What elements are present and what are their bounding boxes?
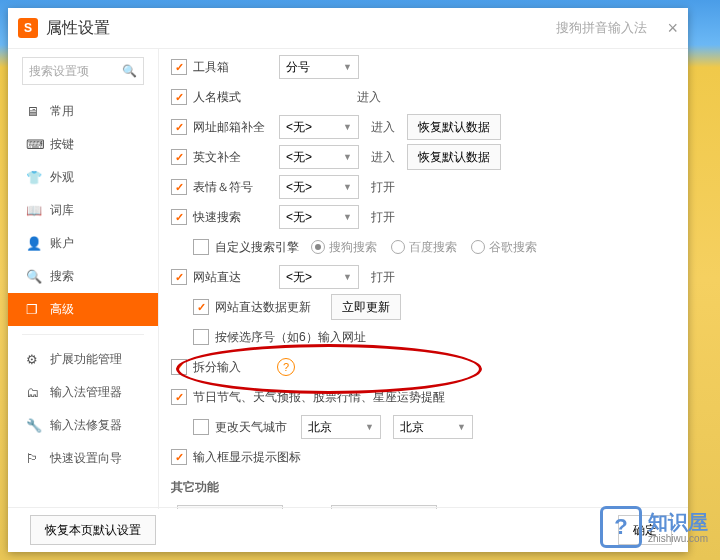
- radio[interactable]: [311, 240, 325, 254]
- checkbox[interactable]: [171, 389, 187, 405]
- sidebar-item-1[interactable]: ⌨按键: [8, 128, 158, 161]
- nav-label: 扩展功能管理: [50, 351, 122, 368]
- row-label: 表情＆符号: [193, 179, 273, 196]
- search-placeholder: 搜索设置项: [29, 63, 122, 80]
- sidebar: 搜索设置项 🔍 🖥常用⌨按键👕外观📖词库👤账户🔍搜索❐高级 ⚙扩展功能管理🗂输入…: [8, 49, 159, 509]
- watermark-url: zhishiwu.com: [648, 533, 708, 544]
- checkbox[interactable]: [193, 419, 209, 435]
- nav-icon: 📖: [26, 203, 42, 218]
- watermark-icon: ?: [600, 506, 642, 548]
- sidebar-item-0[interactable]: 🖥常用: [8, 95, 158, 128]
- dropdown[interactable]: 北京▼: [393, 415, 473, 439]
- watermark: ? 知识屋 zhishiwu.com: [600, 506, 708, 548]
- section-title: 其它功能: [171, 479, 668, 496]
- checkbox[interactable]: [193, 299, 209, 315]
- checkbox[interactable]: [171, 359, 187, 375]
- sidebar-item-4[interactable]: 👤账户: [8, 227, 158, 260]
- sidebar-item-5[interactable]: 🔍搜索: [8, 260, 158, 293]
- nav-icon: 🗂: [26, 385, 42, 400]
- help-icon[interactable]: ?: [277, 358, 295, 376]
- restore-defaults-button[interactable]: 恢复本页默认设置: [30, 515, 156, 545]
- nav-label: 输入法管理器: [50, 384, 122, 401]
- dropdown[interactable]: <无>▼: [279, 145, 359, 169]
- nav-label: 账户: [50, 235, 74, 252]
- nav-label: 搜索: [50, 268, 74, 285]
- nav-icon: 🔍: [26, 269, 42, 284]
- sidebar-tool-2[interactable]: 🔧输入法修复器: [8, 409, 158, 442]
- sidebar-item-3[interactable]: 📖词库: [8, 194, 158, 227]
- row-label-reminder: 节日节气、天气预报、股票行情、星座运势提醒: [193, 389, 493, 406]
- nav-icon: 👤: [26, 236, 42, 251]
- close-icon[interactable]: ×: [667, 18, 678, 39]
- nav-label: 词库: [50, 202, 74, 219]
- nav-label: 常用: [50, 103, 74, 120]
- radio[interactable]: [391, 240, 405, 254]
- nav-icon: ⌨: [26, 137, 42, 152]
- restore-button[interactable]: 恢复默认数据: [407, 114, 501, 140]
- search-input[interactable]: 搜索设置项 🔍: [22, 57, 144, 85]
- sidebar-tool-0[interactable]: ⚙扩展功能管理: [8, 343, 158, 376]
- settings-window: S 属性设置 搜狗拼音输入法 × 搜索设置项 🔍 🖥常用⌨按键👕外观📖词库👤账户…: [8, 8, 688, 552]
- restore-button[interactable]: 恢复默认数据: [407, 144, 501, 170]
- nav-icon: ❐: [26, 302, 42, 317]
- row-label: 网址邮箱补全: [193, 119, 273, 136]
- checkbox[interactable]: [171, 449, 187, 465]
- window-subtitle: 搜狗拼音输入法: [556, 19, 647, 37]
- nav-icon: 🖥: [26, 104, 42, 119]
- checkbox[interactable]: [171, 179, 187, 195]
- nav-label: 高级: [50, 301, 74, 318]
- content-panel: 工具箱分号▼ 人名模式进入 网址邮箱补全<无>▼进入恢复默认数据 英文补全<无>…: [159, 49, 688, 509]
- row-label: 人名模式: [193, 89, 273, 106]
- sidebar-item-2[interactable]: 👕外观: [8, 161, 158, 194]
- nav-icon: 👕: [26, 170, 42, 185]
- checkbox[interactable]: [193, 329, 209, 345]
- watermark-title: 知识屋: [648, 511, 708, 533]
- row-label: 英文补全: [193, 149, 273, 166]
- checkbox[interactable]: [171, 269, 187, 285]
- window-title: 属性设置: [46, 18, 110, 39]
- dropdown[interactable]: <无>▼: [279, 175, 359, 199]
- nav-icon: 🔧: [26, 418, 42, 433]
- dropdown[interactable]: <无>▼: [279, 205, 359, 229]
- nav-label: 输入法修复器: [50, 417, 122, 434]
- nav-icon: 🏳: [26, 451, 42, 466]
- checkbox[interactable]: [171, 89, 187, 105]
- checkbox[interactable]: [171, 149, 187, 165]
- search-icon: 🔍: [122, 64, 137, 78]
- checkbox[interactable]: [171, 209, 187, 225]
- action-text: 进入: [357, 89, 381, 106]
- nav-label: 快速设置向导: [50, 450, 122, 467]
- checkbox[interactable]: [171, 119, 187, 135]
- footer: 恢复本页默认设置 确定: [8, 507, 688, 552]
- row-label: 工具箱: [193, 59, 273, 76]
- update-button[interactable]: 立即更新: [331, 294, 401, 320]
- checkbox[interactable]: [171, 59, 187, 75]
- app-logo-icon: S: [18, 18, 38, 38]
- sidebar-tool-1[interactable]: 🗂输入法管理器: [8, 376, 158, 409]
- checkbox[interactable]: [193, 239, 209, 255]
- dropdown[interactable]: <无>▼: [279, 115, 359, 139]
- nav-label: 按键: [50, 136, 74, 153]
- dropdown[interactable]: 分号▼: [279, 55, 359, 79]
- row-label: 快速搜索: [193, 209, 273, 226]
- nav-label: 外观: [50, 169, 74, 186]
- dropdown[interactable]: 北京▼: [301, 415, 381, 439]
- titlebar: S 属性设置 搜狗拼音输入法 ×: [8, 8, 688, 49]
- sidebar-tool-3[interactable]: 🏳快速设置向导: [8, 442, 158, 475]
- sidebar-item-6[interactable]: ❐高级: [8, 293, 158, 326]
- nav-icon: ⚙: [26, 352, 42, 367]
- radio[interactable]: [471, 240, 485, 254]
- dropdown[interactable]: <无>▼: [279, 265, 359, 289]
